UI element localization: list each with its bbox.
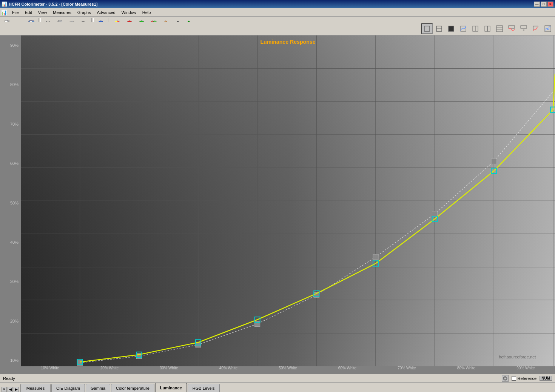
x-label-50: 50% White — [259, 366, 317, 370]
reference-label: Reference — [517, 376, 536, 381]
app-icon: 📊 — [2, 2, 7, 7]
graph-btn-11[interactable] — [542, 23, 553, 34]
x-label-10: 10% White — [21, 366, 79, 370]
graph-toolbar: ≡ — [0, 22, 555, 35]
graph-btn-6[interactable] — [482, 23, 493, 34]
graph-btn-7[interactable] — [494, 23, 505, 34]
graph-btn-8[interactable] — [506, 23, 517, 34]
y-label-40: 40% — [0, 240, 21, 244]
status-bar: Ready Reference NUM — [0, 374, 555, 382]
tab-arrows: ✕ ◀ ▶ — [2, 387, 19, 392]
close-button[interactable]: ✕ — [547, 2, 553, 7]
svg-rect-33 — [485, 26, 487, 31]
reference-checkbox[interactable] — [512, 376, 516, 381]
minimize-button[interactable]: — — [534, 2, 540, 7]
menu-window[interactable]: Window — [119, 8, 139, 16]
svg-rect-39 — [521, 26, 527, 28]
tab-bar: ✕ ◀ ▶ Measures CIE Diagram Gamma Color t… — [0, 382, 555, 392]
menu-help[interactable]: Help — [139, 8, 154, 16]
menu-edit[interactable]: Edit — [22, 8, 35, 16]
x-label-80: 80% White — [437, 366, 496, 370]
y-label-20: 20% — [0, 319, 21, 323]
chart-svg: Luminance Response hcfr.sourceforge.net — [21, 35, 555, 374]
num-indicator: NUM — [540, 376, 552, 381]
x-label-40: 40% White — [199, 366, 258, 370]
svg-rect-69 — [373, 254, 378, 260]
tab-luminance[interactable]: Luminance — [155, 383, 187, 392]
svg-text:hcfr.sourceforge.net: hcfr.sourceforge.net — [499, 355, 536, 359]
status-text: Ready — [3, 376, 15, 381]
x-label-90: 90% White — [496, 366, 555, 370]
app-menu-icon: 📊 — [1, 9, 8, 16]
tab-prev[interactable]: ◀ — [8, 387, 13, 392]
graph-btn-3[interactable] — [446, 23, 457, 34]
svg-text:Luminance Response: Luminance Response — [260, 39, 315, 45]
tab-rgb[interactable]: RGB Levels — [188, 384, 220, 392]
y-label-80: 80% — [0, 82, 21, 87]
y-label-50: 50% — [0, 201, 21, 205]
title-bar-left: 📊 HCFR Colorimeter - 3.5.2 - [Color Meas… — [2, 2, 97, 7]
x-label-60: 60% White — [318, 366, 377, 370]
y-axis: 90% 80% 70% 60% 50% 40% 30% 20% 10% — [0, 43, 21, 363]
svg-rect-70 — [432, 211, 438, 217]
svg-point-82 — [504, 378, 506, 379]
menu-advanced[interactable]: Advanced — [94, 8, 119, 16]
title-bar: 📊 HCFR Colorimeter - 3.5.2 - [Color Meas… — [0, 0, 555, 8]
menu-file[interactable]: File — [9, 8, 22, 16]
tab-cie[interactable]: CIE Diagram — [51, 384, 85, 392]
graph-btn-1[interactable] — [421, 23, 433, 34]
graph-btn-2[interactable] — [433, 23, 445, 34]
svg-rect-26 — [424, 26, 430, 31]
svg-text:≡: ≡ — [523, 28, 525, 32]
graph-btn-5[interactable] — [470, 23, 481, 34]
tab-scroll-left[interactable]: ✕ — [2, 387, 7, 392]
x-label-30: 30% White — [140, 366, 198, 370]
maximize-button[interactable]: □ — [541, 2, 547, 7]
menu-bar: 📊 File Edit View Measures Graphs Advance… — [0, 8, 555, 17]
svg-rect-30 — [461, 26, 466, 31]
tab-color-temp[interactable]: Color temperature — [111, 384, 154, 392]
y-label-10: 10% — [0, 358, 21, 363]
graph-btn-10[interactable] — [530, 23, 541, 34]
tab-gamma[interactable]: Gamma — [86, 384, 110, 392]
svg-rect-34 — [487, 26, 490, 31]
y-label-70: 70% — [0, 122, 21, 126]
tab-measures[interactable]: Measures — [20, 384, 51, 392]
graph-btn-4[interactable] — [458, 23, 469, 34]
title-bar-controls: — □ ✕ — [534, 2, 553, 7]
x-axis: 10% White 20% White 30% White 40% White … — [21, 363, 555, 373]
menu-graphs[interactable]: Graphs — [74, 8, 94, 16]
menu-view[interactable]: View — [35, 8, 50, 16]
graph-btn-9[interactable]: ≡ — [518, 23, 529, 34]
y-label-90: 90% — [0, 43, 21, 48]
tab-next[interactable]: ▶ — [14, 387, 19, 392]
title-bar-title: HCFR Colorimeter - 3.5.2 - [Color Measur… — [9, 2, 97, 6]
status-icon — [502, 375, 509, 382]
svg-rect-38 — [509, 26, 515, 28]
x-label-70: 70% White — [378, 366, 436, 370]
reference-check: Reference — [512, 376, 536, 381]
mdi-area: 90% 80% 70% 60% 50% 40% 30% 20% 10% — [0, 35, 555, 392]
menu-measures[interactable]: Measures — [50, 8, 74, 16]
y-label-30: 30% — [0, 279, 21, 284]
y-label-60: 60% — [0, 161, 21, 166]
x-label-20: 20% White — [80, 366, 139, 370]
svg-rect-71 — [491, 158, 496, 164]
status-right: Reference NUM — [502, 375, 552, 382]
chart-area: 90% 80% 70% 60% 50% 40% 30% 20% 10% — [0, 35, 555, 374]
svg-rect-29 — [449, 26, 454, 31]
svg-rect-35 — [496, 26, 503, 32]
